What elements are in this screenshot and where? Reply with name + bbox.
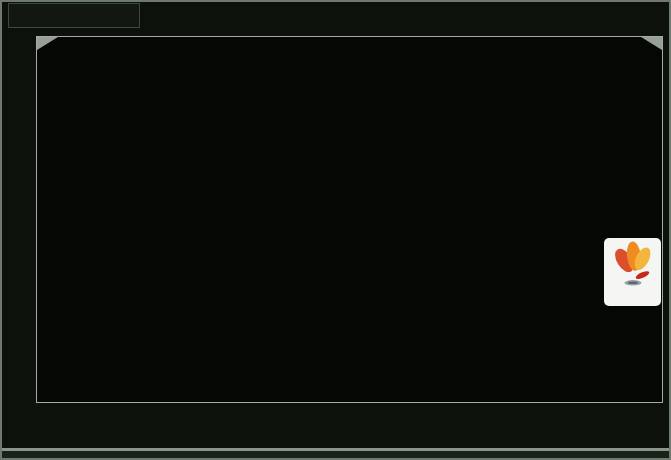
ref-level-box — [8, 3, 140, 28]
graticule-plot-area — [36, 36, 663, 403]
trace-display — [37, 37, 662, 402]
y-axis-labels — [0, 36, 32, 401]
corner-marker-right-icon — [641, 37, 662, 50]
watermark-logo — [604, 238, 661, 306]
bottom-bezel-shadow — [0, 451, 671, 460]
flame-flower-icon — [607, 238, 659, 288]
spectrum-analyzer-screen — [0, 0, 671, 460]
corner-marker-left-icon — [37, 37, 58, 50]
